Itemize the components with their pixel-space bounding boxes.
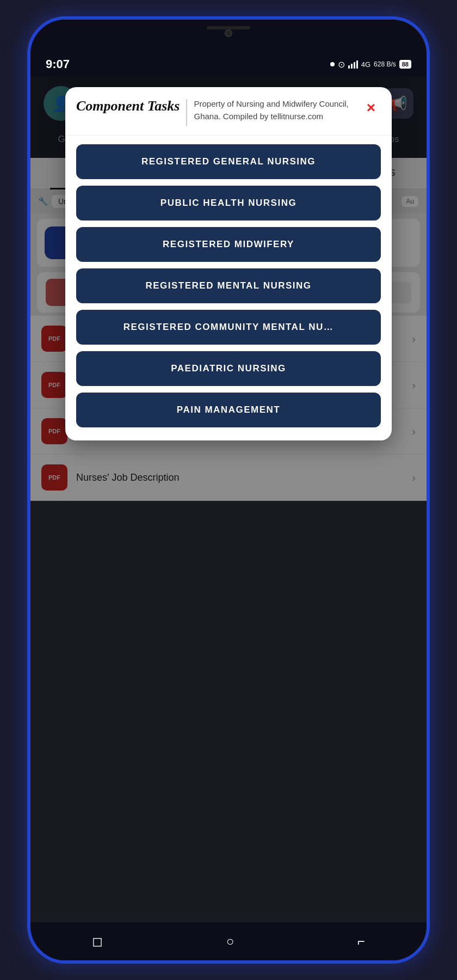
modal-buttons: REGISTERED GENERAL NURSING PUBLIC HEALTH… (65, 136, 392, 427)
bottom-nav-back[interactable]: ◻ (92, 934, 103, 949)
bar3 (354, 62, 355, 69)
bottom-nav: ◻ ○ ⌐ (30, 922, 427, 960)
bottom-nav-home[interactable]: ○ (226, 934, 234, 949)
recents-icon: ⌐ (357, 934, 365, 949)
modal-overlay: Component Tasks Property of Nursing and … (30, 76, 427, 922)
status-time: 9:07 (46, 57, 70, 71)
camera-dot (225, 29, 232, 37)
modal-subtitle: Property of Nursing and Midwifery Counci… (194, 98, 355, 122)
signal-bars (348, 60, 358, 69)
bar1 (348, 65, 350, 69)
modal-close-button[interactable]: × (361, 98, 381, 118)
network-type: 4G (361, 60, 370, 69)
back-icon: ◻ (92, 934, 103, 949)
btn-pain-management[interactable]: PAIN MANAGEMENT (76, 393, 381, 427)
btn-paediatric-nursing[interactable]: PAEDIATRIC NURSING (76, 351, 381, 386)
phone-top-bar (30, 20, 427, 52)
battery-indicator: 88 (399, 60, 411, 69)
close-icon: × (367, 100, 375, 115)
modal-divider (186, 99, 187, 126)
btn-registered-midwifery[interactable]: REGISTERED MIDWIFERY (76, 227, 381, 262)
home-icon: ○ (226, 934, 234, 949)
phone-frame: 9:07 ⊙ 4G 628 B/s 88 👤 Hi, Abena R (27, 16, 430, 964)
battery-level: 88 (402, 61, 409, 68)
status-dot (330, 62, 335, 66)
component-tasks-modal: Component Tasks Property of Nursing and … (65, 87, 392, 440)
status-bar: 9:07 ⊙ 4G 628 B/s 88 (30, 52, 427, 76)
modal-header: Component Tasks Property of Nursing and … (65, 87, 392, 136)
data-speed: 628 B/s (374, 60, 396, 68)
app-content: 👤 Hi, Abena Rose Available points: 20000… (30, 76, 427, 922)
bar2 (351, 64, 353, 69)
status-icons: ⊙ 4G 628 B/s 88 (330, 59, 411, 70)
btn-registered-mental-nursing[interactable]: REGISTERED MENTAL NURSING (76, 268, 381, 303)
location-icon: ⊙ (338, 59, 345, 70)
bottom-nav-recents[interactable]: ⌐ (357, 934, 365, 949)
btn-registered-community-mental[interactable]: REGISTERED COMMUNITY MENTAL NU… (76, 310, 381, 345)
bar4 (356, 60, 358, 69)
btn-registered-general-nursing[interactable]: REGISTERED GENERAL NURSING (76, 144, 381, 179)
modal-title: Component Tasks (76, 98, 180, 114)
btn-public-health-nursing[interactable]: PUBLIC HEALTH NURSING (76, 186, 381, 220)
